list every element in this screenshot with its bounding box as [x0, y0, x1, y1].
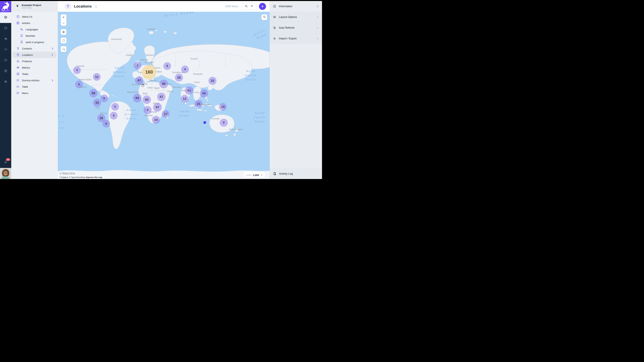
map-cluster[interactable]: 5 — [100, 94, 108, 102]
module-users[interactable] — [0, 34, 11, 44]
map-cluster[interactable]: 6 — [75, 81, 83, 88]
map-cluster[interactable]: 4 — [73, 66, 81, 74]
sidebar-item-label: work in progress — [26, 41, 44, 43]
panel-information-header: Information — [270, 1, 322, 12]
geolocate-button[interactable] — [61, 29, 66, 35]
module-bar: 13 — [0, 1, 11, 179]
close-icon[interactable] — [316, 5, 319, 8]
panel-section-import-export[interactable]: Import / Export — [270, 33, 322, 44]
map-cluster[interactable]: 8 — [163, 62, 171, 70]
map-cluster[interactable]: 33 — [93, 99, 101, 107]
panel-section-auto-refresh[interactable]: Auto Refresh — [270, 22, 322, 33]
panel-section-label: Auto Refresh — [279, 26, 313, 29]
map-cluster[interactable]: 97 — [153, 103, 162, 112]
sidebar-item-articles[interactable]: Articles — [11, 20, 58, 26]
fullscreen-button[interactable] — [61, 38, 66, 43]
project-header[interactable]: Example Project Admin App — [11, 1, 58, 12]
map-point[interactable] — [204, 121, 206, 124]
chevron-right-icon — [50, 53, 54, 56]
map-cluster[interactable]: 9 — [144, 106, 152, 114]
map-cluster[interactable]: 9 — [220, 119, 228, 127]
sidebar-item-locations[interactable]: Locations — [12, 52, 56, 58]
module-insights[interactable] — [0, 44, 11, 55]
map-cluster[interactable]: 90 — [159, 80, 168, 88]
map-cluster[interactable]: 12 — [162, 110, 170, 118]
impExp-icon — [273, 37, 276, 40]
map-cluster[interactable]: 47 — [157, 93, 166, 101]
chevron-right-icon — [51, 79, 54, 82]
map-search-button[interactable] — [262, 14, 267, 20]
limit-dropdown[interactable]: Limit 1,000 — [244, 172, 265, 178]
sidebar-item-tasks[interactable]: Tasks — [11, 71, 58, 77]
sidebar-item-metrics[interactable]: Metrics — [11, 64, 58, 71]
map-cluster[interactable]: 160 — [142, 65, 156, 79]
map-cluster[interactable]: 4 — [181, 65, 189, 73]
avatar[interactable] — [0, 168, 11, 179]
app-logo[interactable] — [0, 1, 11, 12]
bookmark-icon[interactable] — [94, 5, 98, 8]
map-cluster[interactable]: 61 — [185, 86, 193, 95]
sidebar-item-work-in-progress[interactable]: work in progress — [11, 39, 58, 45]
sidebar-item-about-us[interactable]: About Us — [11, 13, 58, 20]
sidebar-item-languages[interactable]: Languages — [11, 26, 58, 32]
logo-progress-bar — [2, 10, 10, 11]
search-filter-pill[interactable] — [242, 3, 256, 10]
map-cluster[interactable]: 47 — [135, 76, 144, 85]
map-canvas[interactable]: Arctic OceanArctic Oceaa nNorth Atlantic… — [58, 12, 270, 179]
map-pin-icon — [66, 4, 70, 8]
map-cluster[interactable]: 21 — [194, 100, 202, 108]
module-settings[interactable] — [0, 77, 11, 87]
notifications-button[interactable]: 13 — [0, 157, 11, 168]
map-cluster[interactable]: 26 — [175, 73, 183, 82]
map-cluster[interactable]: 12 — [181, 95, 188, 103]
box-select-button[interactable] — [61, 46, 66, 52]
sidebar-item-menu[interactable]: Menu — [11, 90, 58, 96]
label-icon — [16, 85, 20, 88]
chevron-right-icon — [51, 47, 54, 50]
folder-icon — [4, 26, 8, 30]
sidebar-item-dummy-articles[interactable]: Dummy Articles — [11, 77, 58, 83]
map-cluster[interactable]: 58 — [89, 89, 98, 97]
module-content[interactable] — [0, 12, 11, 23]
app-frame: 13 Example Project A — [0, 1, 322, 179]
map-cluster[interactable]: 84 — [133, 94, 142, 102]
map-cluster[interactable]: 44 — [200, 89, 208, 97]
map-cluster[interactable]: 14 — [152, 116, 160, 124]
info-icon — [16, 15, 20, 18]
module-cloud[interactable] — [0, 55, 11, 66]
module-help[interactable] — [0, 66, 11, 77]
map-cluster[interactable]: 5 — [110, 112, 118, 119]
filter-icon[interactable] — [250, 4, 254, 8]
sidebar-item-label: About Us — [22, 15, 32, 18]
sidebar-item-products[interactable]: Products — [11, 58, 58, 64]
bell-icon — [4, 160, 8, 164]
zoom-out-button[interactable] — [61, 20, 66, 26]
sidebar-item-label: Dummy Articles — [22, 79, 40, 82]
sidebar-item-table[interactable]: Table — [11, 83, 58, 90]
sidebar-item-label: Products — [22, 60, 32, 63]
map-cluster[interactable]: 5 — [111, 103, 119, 111]
panel-section-layout-options[interactable]: Layout Options — [270, 12, 322, 22]
panel-section-label: Layout Options — [279, 15, 313, 18]
add-item-button[interactable] — [259, 3, 266, 10]
person-icon — [16, 47, 20, 50]
module-files[interactable] — [0, 23, 11, 34]
sidebar-item-label: Contacts — [22, 47, 32, 50]
sidebar-item-label: favorites — [26, 34, 35, 37]
zoom-in-button[interactable] — [61, 14, 66, 20]
hanger-icon — [16, 59, 20, 63]
sidebar-item-contacts[interactable]: Contacts — [11, 45, 58, 52]
map-cluster[interactable]: 32 — [208, 77, 216, 85]
map-cluster[interactable]: 10 — [219, 103, 227, 111]
search-icon[interactable] — [244, 4, 248, 8]
activity-log-button[interactable]: Activity Log — [270, 168, 322, 179]
chevron-down-icon — [260, 174, 263, 176]
notification-badge: 13 — [6, 158, 10, 161]
improve-map-link[interactable]: Improve this map — [86, 176, 102, 178]
map-cluster[interactable]: 12 — [93, 73, 100, 81]
sidebar-item-favorites[interactable]: favorites — [11, 32, 58, 39]
map-cluster[interactable]: 2 — [134, 62, 142, 69]
map-cluster[interactable]: 50 — [142, 95, 151, 104]
translate-icon — [20, 28, 23, 31]
map-cluster[interactable]: 6 — [102, 120, 110, 128]
